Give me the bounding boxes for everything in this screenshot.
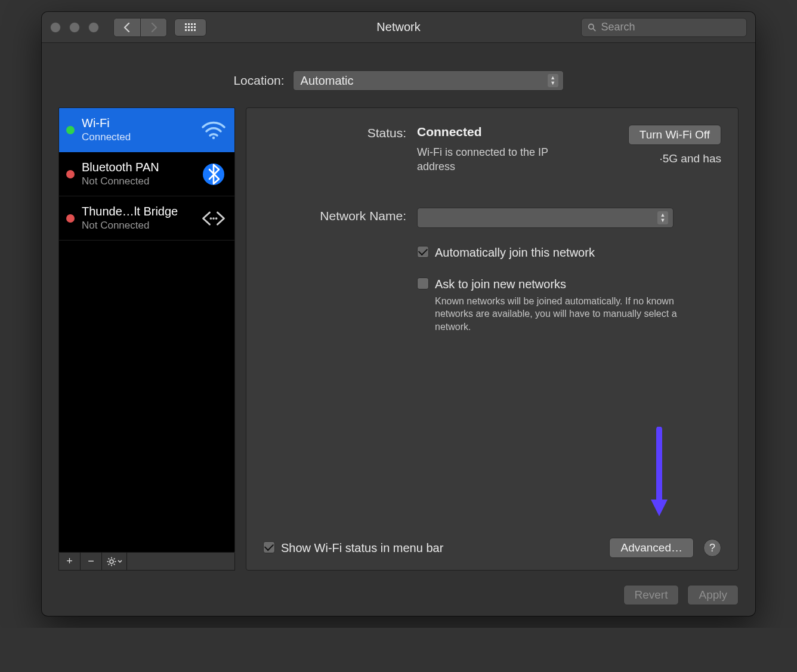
add-interface-button[interactable]: + [59, 553, 81, 570]
grid-icon [185, 23, 196, 31]
ask-join-label: Ask to join new networks [435, 278, 685, 291]
ask-join-checkbox-row[interactable]: Ask to join new networks Known networks … [417, 278, 721, 334]
interface-name: Thunde…lt Bridge [82, 205, 178, 218]
search-field-wrap[interactable] [581, 18, 747, 37]
status-dot-icon [66, 126, 75, 134]
svg-line-13 [113, 563, 115, 565]
wifi-icon [200, 116, 227, 144]
svg-line-12 [108, 558, 109, 559]
svg-line-15 [108, 563, 109, 565]
svg-point-7 [110, 560, 113, 563]
status-extra: ·5G and has [659, 152, 721, 165]
nav-back-forward [113, 18, 167, 37]
status-label: Status: [263, 125, 406, 174]
auto-join-checkbox-row[interactable]: Automatically join this network [417, 246, 721, 260]
sidebar-item-wifi[interactable]: Wi-Fi Connected [59, 108, 234, 152]
status-dot-icon [66, 214, 75, 223]
svg-point-6 [215, 217, 218, 220]
svg-point-2 [212, 136, 215, 138]
location-row: Location: Automatic ▲▼ [58, 70, 739, 91]
ask-join-help: Known networks will be joined automatica… [435, 295, 685, 334]
show-status-checkbox[interactable] [263, 541, 275, 553]
interface-actions-menu[interactable] [102, 553, 127, 570]
forward-button[interactable] [140, 19, 166, 36]
sidebar-item-thunderbolt-bridge[interactable]: Thunde…lt Bridge Not Connected [59, 196, 234, 241]
interface-status: Not Connected [82, 175, 159, 187]
zoom-window-icon[interactable] [88, 22, 99, 33]
interface-name: Wi-Fi [82, 116, 131, 130]
bluetooth-icon [200, 161, 227, 188]
ask-join-checkbox[interactable] [417, 278, 429, 289]
revert-button[interactable]: Revert [623, 585, 679, 605]
location-label: Location: [233, 73, 284, 88]
svg-point-4 [210, 217, 212, 220]
show-status-label: Show Wi-Fi status in menu bar [281, 541, 443, 555]
sidebar-item-bluetooth-pan[interactable]: Bluetooth PAN Not Connected [59, 152, 234, 196]
search-input[interactable] [601, 21, 740, 33]
status-dot-icon [66, 170, 75, 178]
titlebar: Network [42, 12, 755, 43]
remove-interface-button[interactable]: − [81, 553, 102, 570]
minimize-window-icon[interactable] [69, 22, 80, 33]
status-desc: Wi-Fi is connected to the IP address [417, 145, 554, 174]
advanced-button[interactable]: Advanced… [609, 538, 694, 558]
close-window-icon[interactable] [50, 22, 61, 33]
auto-join-checkbox[interactable] [417, 246, 429, 258]
svg-line-1 [593, 28, 595, 30]
thunderbolt-bridge-icon [200, 205, 227, 232]
toggle-wifi-button[interactable]: Turn Wi-Fi Off [628, 125, 721, 145]
auto-join-row: Automatically join this network [263, 246, 721, 260]
help-button[interactable]: ? [703, 539, 721, 557]
svg-line-14 [113, 558, 115, 559]
status-value: Connected [417, 125, 617, 139]
network-prefs-window: Network Location: Automatic ▲▼ [42, 12, 755, 616]
annotation-arrow-icon [647, 427, 671, 522]
apply-button[interactable]: Apply [687, 585, 739, 605]
stepper-icon: ▲▼ [548, 74, 558, 87]
traffic-lights [50, 22, 99, 33]
interface-name: Bluetooth PAN [82, 161, 159, 174]
interface-list[interactable]: Wi-Fi Connected [58, 107, 235, 553]
sidebar-toolbar: + − [58, 553, 235, 571]
gear-icon [107, 557, 116, 566]
network-name-row: Network Name: ▲▼ [263, 208, 721, 228]
interface-status: Not Connected [82, 220, 178, 232]
interfaces-sidebar: Wi-Fi Connected [58, 107, 235, 571]
body: Location: Automatic ▲▼ Wi-Fi Connected [42, 43, 755, 616]
location-value: Automatic [301, 74, 354, 88]
network-name-label: Network Name: [263, 208, 406, 228]
status-row: Status: Connected Wi-Fi is connected to … [263, 125, 721, 174]
back-button[interactable] [114, 19, 140, 36]
detail-panel: Status: Connected Wi-Fi is connected to … [246, 107, 739, 571]
toolbar-spacer [127, 553, 234, 570]
svg-point-5 [212, 217, 215, 220]
footer: Revert Apply [58, 574, 739, 605]
stepper-icon: ▲▼ [657, 211, 668, 224]
location-select[interactable]: Automatic ▲▼ [293, 70, 564, 91]
show-status-menubar-row[interactable]: Show Wi-Fi status in menu bar [263, 541, 443, 555]
ask-join-row: Ask to join new networks Known networks … [263, 278, 721, 334]
search-icon [588, 23, 597, 32]
network-name-select[interactable]: ▲▼ [417, 208, 674, 228]
interface-status: Connected [82, 131, 131, 143]
auto-join-label: Automatically join this network [435, 246, 595, 260]
chevron-down-icon [118, 560, 122, 563]
show-all-prefs-button[interactable] [174, 19, 206, 36]
detail-bottom-row: Show Wi-Fi status in menu bar Advanced… … [263, 538, 721, 558]
